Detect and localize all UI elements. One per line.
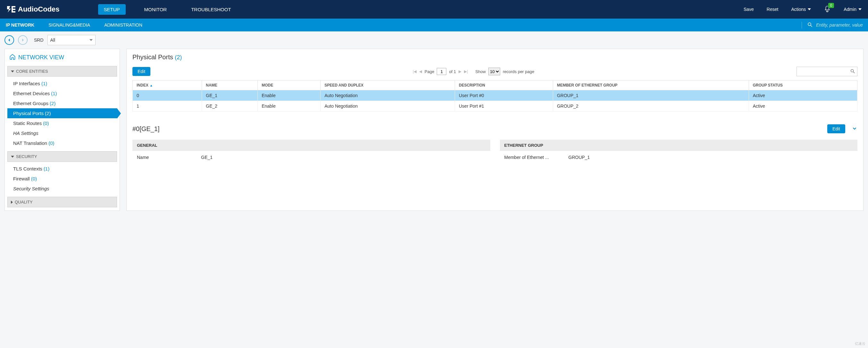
col-speed-duplex[interactable]: SPEED AND DUPLEX bbox=[320, 81, 455, 90]
subtab-ip-network[interactable]: IP NETWORK bbox=[5, 19, 35, 31]
physical-ports-table: INDEX▲ NAME MODE SPEED AND DUPLEX DESCRI… bbox=[132, 80, 858, 112]
chevron-down-icon bbox=[808, 8, 811, 10]
collapse-icon bbox=[11, 156, 14, 158]
srd-value: All bbox=[50, 37, 56, 43]
admin-dropdown[interactable]: Admin bbox=[844, 7, 862, 12]
global-search[interactable]: Entity, parameter, value bbox=[802, 22, 863, 29]
pager-last-icon[interactable]: ▶| bbox=[464, 69, 468, 74]
content: NETWORK VIEW CORE ENTITIES IP Interfaces… bbox=[0, 49, 868, 217]
core-entities-list: IP Interfaces(1) Ethernet Devices(1) Eth… bbox=[7, 76, 117, 150]
brand-name: AudioCodes bbox=[18, 5, 60, 13]
nav-forward-button[interactable] bbox=[18, 35, 28, 45]
general-panel: GENERAL Name GE_1 bbox=[132, 140, 490, 160]
sidebar-item-ip-interfaces[interactable]: IP Interfaces(1) bbox=[7, 78, 117, 89]
sidebar-item-tls-contexts[interactable]: TLS Contexts(1) bbox=[7, 164, 117, 174]
section-quality[interactable]: QUALITY bbox=[7, 197, 117, 207]
tab-monitor[interactable]: MONITOR bbox=[138, 4, 173, 15]
sidebar-item-ethernet-devices[interactable]: Ethernet Devices(1) bbox=[7, 89, 117, 98]
detail-panels: GENERAL Name GE_1 ETHERNET GROUP Member … bbox=[132, 140, 858, 160]
brand-logo: AudioCodes bbox=[6, 5, 60, 13]
actions-dropdown[interactable]: Actions bbox=[791, 7, 811, 12]
svg-line-1 bbox=[811, 25, 812, 27]
topbar-right: Save Reset Actions 0 Admin bbox=[744, 5, 862, 13]
sidebar-item-firewall[interactable]: Firewall(0) bbox=[7, 174, 117, 184]
table-row[interactable]: 0 GE_1 Enable Auto Negotiation User Port… bbox=[133, 90, 858, 101]
admin-label: Admin bbox=[844, 7, 857, 12]
srd-select[interactable]: All bbox=[48, 35, 96, 45]
table-search[interactable] bbox=[797, 67, 858, 76]
sidebar-item-ethernet-groups[interactable]: Ethernet Groups(2) bbox=[7, 98, 117, 108]
table-toolbar: Edit |◀ ◀ Page of 1 ▶ ▶| Show 10 records… bbox=[132, 67, 858, 76]
edit-button[interactable]: Edit bbox=[132, 67, 150, 76]
network-view-label: NETWORK VIEW bbox=[18, 54, 64, 61]
subtab-signaling-media[interactable]: SIGNALING&MEDIA bbox=[48, 19, 91, 31]
page-title: Physical Ports (2) bbox=[132, 54, 858, 61]
pager-prev-icon[interactable]: ◀ bbox=[419, 69, 422, 74]
save-button[interactable]: Save bbox=[744, 7, 754, 12]
sidebar: NETWORK VIEW CORE ENTITIES IP Interfaces… bbox=[4, 49, 120, 211]
col-group-status[interactable]: GROUP STATUS bbox=[749, 81, 857, 90]
detail-edit-button[interactable]: Edit bbox=[827, 124, 845, 133]
section-core-entities[interactable]: CORE ENTITIES bbox=[7, 66, 117, 76]
collapse-icon bbox=[11, 70, 14, 72]
pager-next-icon[interactable]: ▶ bbox=[459, 69, 461, 74]
tab-setup[interactable]: SETUP bbox=[98, 4, 126, 15]
general-name-row: Name GE_1 bbox=[132, 151, 490, 160]
sidebar-item-static-routes[interactable]: Static Routes(0) bbox=[7, 118, 117, 128]
top-tabs: SETUP MONITOR TROUBLESHOOT bbox=[98, 4, 237, 15]
chevron-down-icon bbox=[89, 39, 93, 41]
col-name[interactable]: NAME bbox=[202, 81, 258, 90]
col-mode[interactable]: MODE bbox=[257, 81, 320, 90]
pager: |◀ ◀ Page of 1 ▶ ▶| Show 10 records per … bbox=[413, 68, 534, 75]
pager-first-icon[interactable]: |◀ bbox=[413, 69, 416, 74]
pager-size-select[interactable]: 10 bbox=[488, 68, 500, 75]
sidebar-item-security-settings[interactable]: Security Settings bbox=[7, 184, 117, 194]
topbar: AudioCodes SETUP MONITOR TROUBLESHOOT Sa… bbox=[0, 0, 868, 19]
tab-troubleshoot[interactable]: TROUBLESHOOT bbox=[185, 4, 237, 15]
reset-button[interactable]: Reset bbox=[767, 7, 779, 12]
detail-panel: #0[GE_1] Edit GENERAL Name GE_1 bbox=[132, 124, 858, 160]
col-index[interactable]: INDEX▲ bbox=[133, 81, 202, 90]
expand-icon bbox=[11, 200, 13, 204]
sidebar-item-nat-translation[interactable]: NAT Translation(0) bbox=[7, 138, 117, 148]
section-label: CORE ENTITIES bbox=[16, 69, 48, 74]
sub-tabs: IP NETWORK SIGNALING&MEDIA ADMINISTRATIO… bbox=[5, 19, 143, 31]
notifications-button[interactable]: 0 bbox=[824, 5, 831, 13]
name-label: Name bbox=[137, 155, 201, 160]
ethernet-group-header: ETHERNET GROUP bbox=[500, 140, 858, 151]
search-icon bbox=[807, 22, 813, 29]
member-label: Member of Ethernet ... bbox=[504, 155, 568, 160]
search-icon bbox=[850, 69, 855, 75]
subtab-administration[interactable]: ADMINISTRATION bbox=[103, 19, 143, 31]
detail-title: #0[GE_1] bbox=[132, 125, 160, 133]
ethernet-group-panel: ETHERNET GROUP Member of Ethernet ... GR… bbox=[500, 140, 858, 160]
member-value: GROUP_1 bbox=[568, 155, 590, 160]
chevron-down-icon bbox=[858, 8, 862, 10]
svg-point-0 bbox=[808, 23, 811, 26]
actions-label: Actions bbox=[791, 7, 806, 12]
detail-header: #0[GE_1] Edit bbox=[132, 124, 858, 133]
sidebar-item-ha-settings[interactable]: HA Settings bbox=[7, 128, 117, 138]
sidebar-item-physical-ports[interactable]: Physical Ports(2) bbox=[7, 108, 117, 118]
nav-toolbar: SRD All bbox=[0, 31, 868, 49]
svg-point-2 bbox=[851, 69, 854, 72]
section-label: SECURITY bbox=[16, 154, 37, 159]
table-row[interactable]: 1 GE_2 Enable Auto Negotiation User Port… bbox=[133, 101, 858, 112]
pager-page-input[interactable] bbox=[437, 68, 446, 75]
name-value: GE_1 bbox=[201, 155, 213, 160]
table-header-row: INDEX▲ NAME MODE SPEED AND DUPLEX DESCRI… bbox=[133, 81, 858, 90]
audiocodes-logo-icon bbox=[6, 5, 16, 13]
section-security[interactable]: SECURITY bbox=[7, 151, 117, 162]
subbar: IP NETWORK SIGNALING&MEDIA ADMINISTRATIO… bbox=[0, 19, 868, 31]
network-view-link[interactable]: NETWORK VIEW bbox=[7, 52, 117, 65]
pager-of-label: of 1 bbox=[449, 69, 456, 74]
search-placeholder: Entity, parameter, value bbox=[816, 23, 863, 28]
col-description[interactable]: DESCRIPTION bbox=[455, 81, 553, 90]
general-header: GENERAL bbox=[132, 140, 490, 151]
main-panel: Physical Ports (2) Edit |◀ ◀ Page of 1 ▶… bbox=[126, 49, 864, 211]
col-member-group[interactable]: MEMBER OF ETHERNET GROUP bbox=[553, 81, 749, 90]
chevron-down-icon[interactable] bbox=[851, 126, 858, 132]
home-icon bbox=[9, 54, 16, 62]
pager-show-label: Show bbox=[475, 69, 486, 74]
nav-back-button[interactable] bbox=[4, 35, 14, 45]
